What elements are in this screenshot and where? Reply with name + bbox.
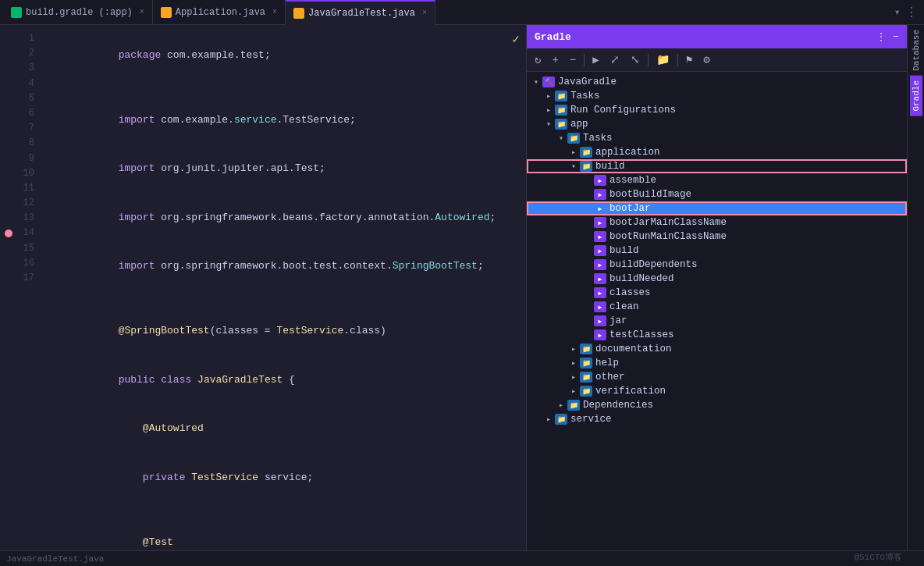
folder-icon-run-configs: 📁 (555, 105, 567, 116)
code-line-1: package com.example.test; (45, 31, 526, 80)
right-sidebar: Database Gradle (907, 25, 924, 550)
tree-item-clean[interactable]: ▶ clean (527, 300, 907, 314)
gradle-header-icons: ⋮ − (876, 30, 899, 44)
code-line-9: public class JavaGradleTest { (45, 356, 526, 404)
tree-item-build-task[interactable]: ▶ build (527, 244, 907, 258)
tree-arrow-app-build-parent (567, 160, 580, 173)
filter-btn[interactable]: ⚑ (683, 52, 695, 68)
tree-label-bootjarmainclassname: bootJarMainClassName (609, 217, 907, 228)
code-line-6: import org.springframework.boot.test.con… (45, 242, 526, 290)
run-btn[interactable]: ▶ (589, 52, 602, 68)
task-icon-clean: ▶ (594, 301, 606, 312)
line-numbers: 1 2 3 4 5 6 7 8 9 10 11 12 13 14 15 16 1 (16, 25, 39, 550)
tree-item-tasks-top[interactable]: 📁 Tasks (527, 89, 907, 103)
refresh-btn[interactable]: ↻ (531, 52, 544, 68)
tree-item-bootrunmainclassname[interactable]: ▶ bootRunMainClassName (527, 230, 907, 244)
tree-item-testclasses[interactable]: ▶ testClasses (527, 328, 907, 342)
tree-item-bootjarmainclassname[interactable]: ▶ bootJarMainClassName (527, 215, 907, 230)
tree-item-other[interactable]: 📁 other (527, 370, 907, 384)
tree-item-app-build-parent[interactable]: 📁 build (527, 159, 907, 173)
tree-label-assemble: assemble (609, 175, 907, 186)
tree-label-tasks-top: Tasks (570, 91, 907, 101)
tab-build-gradle[interactable]: build.gradle (:app) × (3, 0, 153, 25)
tree-arrow-app (542, 118, 555, 130)
code-line-11: private TestService service; (45, 454, 526, 502)
gutter (0, 25, 16, 550)
code-editor: 1 2 3 4 5 6 7 8 9 10 11 12 13 14 15 16 1 (0, 25, 527, 550)
tree-label-buildneeded: buildNeeded (609, 273, 907, 284)
settings-btn[interactable]: ⚙ (700, 52, 713, 68)
code-lines[interactable]: package com.example.test; import com.exa… (39, 25, 526, 550)
bottom-bar: JavaGradleTest.java (0, 550, 924, 566)
breakpoint-indicator (0, 226, 16, 240)
task-icon-builddependents: ▶ (594, 259, 606, 270)
tree-item-bootbuildimage[interactable]: ▶ bootBuildImage (527, 187, 907, 201)
tree-label-other: other (595, 372, 907, 383)
tab-java-gradle-test-close[interactable]: × (422, 9, 427, 17)
gradle-panel: Gradle ⋮ − ↻ + − ▶ ⤢ ⤡ 📁 ⚑ ⚙ (527, 25, 907, 550)
tab-application-java-close[interactable]: × (272, 8, 277, 16)
tree-label-dependencies: Dependencies (583, 400, 907, 411)
code-line-3: import com.example.service.TestService; (45, 96, 526, 144)
tree-label-bootrunmainclassname: bootRunMainClassName (609, 231, 907, 242)
task-icon-bootjar: ▶ (594, 203, 606, 214)
gradle-header: Gradle ⋮ − (527, 25, 907, 48)
tree-item-bootjar[interactable]: ▶ bootJar (527, 201, 907, 215)
database-tab[interactable]: Database (910, 25, 922, 76)
tree-item-assemble[interactable]: ▶ assemble (527, 173, 907, 187)
tree-item-help[interactable]: 📁 help (527, 356, 907, 370)
remove-btn[interactable]: − (567, 52, 579, 68)
gradle-side-tab[interactable]: Gradle (910, 76, 922, 116)
folder-btn[interactable]: 📁 (653, 52, 673, 68)
checkmark-icon: ✓ (512, 31, 520, 47)
tree-arrow-app-application (567, 146, 580, 158)
add-btn[interactable]: + (549, 52, 561, 68)
tab-more-btn[interactable]: ⋮ (905, 5, 918, 20)
folder-icon-app: 📁 (555, 119, 567, 130)
tab-application-java[interactable]: Application.java × (153, 0, 286, 25)
tree-label-app-application: application (595, 147, 907, 158)
tree-item-verification[interactable]: 📁 verification (527, 384, 907, 398)
tree-item-app-application[interactable]: 📁 application (527, 145, 907, 159)
collapse-btn[interactable]: ⤡ (627, 52, 643, 68)
folder-icon-service: 📁 (555, 414, 567, 425)
toolbar-sep3 (677, 54, 678, 66)
tree-arrow-documentation (567, 343, 580, 355)
expand-btn[interactable]: ⤢ (607, 52, 623, 68)
tree-item-app[interactable]: 📁 app (527, 117, 907, 131)
gradle-toolbar: ↻ + − ▶ ⤢ ⤡ 📁 ⚑ ⚙ (527, 48, 907, 72)
tab-java-gradle-test[interactable]: JavaGradleTest.java × (286, 0, 435, 25)
code-line-4: import org.junit.jupiter.api.Test; (45, 145, 526, 194)
tree-arrow-javagr (530, 76, 542, 88)
gradle-header-minimize-icon[interactable]: − (893, 30, 899, 44)
tree-item-dependencies[interactable]: 📁 Dependencies (527, 398, 907, 412)
folder-icon-documentation: 📁 (580, 344, 592, 354)
tree-item-builddependents[interactable]: ▶ buildDependents (527, 258, 907, 272)
tree-item-javagr[interactable]: 🔨 JavaGradle (527, 75, 907, 89)
tree-item-app-tasks[interactable]: 📁 Tasks (527, 131, 907, 145)
gradle-header-more-icon[interactable]: ⋮ (876, 30, 887, 44)
tree-item-run-configs[interactable]: 📁 Run Configurations (527, 103, 907, 117)
tree-item-documentation[interactable]: 📁 documentation (527, 342, 907, 356)
folder-icon-app-build-parent: 📁 (580, 161, 592, 172)
code-line-8: @SpringBootTest(classes = TestService.cl… (45, 308, 526, 356)
tab-application-java-label: Application.java (176, 7, 265, 18)
gradle-tree[interactable]: 🔨 JavaGradle 📁 Tasks 📁 Run Configuration… (527, 72, 907, 550)
java-icon (161, 7, 172, 18)
tree-item-service[interactable]: 📁 service (527, 412, 907, 426)
tree-item-classes[interactable]: ▶ classes (527, 286, 907, 300)
tree-label-verification: verification (595, 386, 907, 397)
task-icon-testclasses: ▶ (594, 329, 606, 340)
tree-arrow-tasks-top (542, 90, 555, 102)
tree-item-jar[interactable]: ▶ jar (527, 314, 907, 328)
tree-label-app-build-parent: build (595, 161, 907, 172)
tree-item-buildneeded[interactable]: ▶ buildNeeded (527, 272, 907, 286)
status-text: JavaGradleTest.java (6, 554, 104, 564)
tree-label-bootjar: bootJar (609, 203, 907, 214)
tree-label-app: app (570, 119, 907, 130)
tab-java-gradle-test-label: JavaGradleTest.java (308, 8, 415, 19)
tab-build-gradle-close[interactable]: × (140, 8, 144, 16)
tree-label-classes: classes (609, 287, 907, 298)
tab-dropdown-btn[interactable]: ▾ (894, 5, 901, 19)
folder-icon-other: 📁 (580, 372, 592, 383)
